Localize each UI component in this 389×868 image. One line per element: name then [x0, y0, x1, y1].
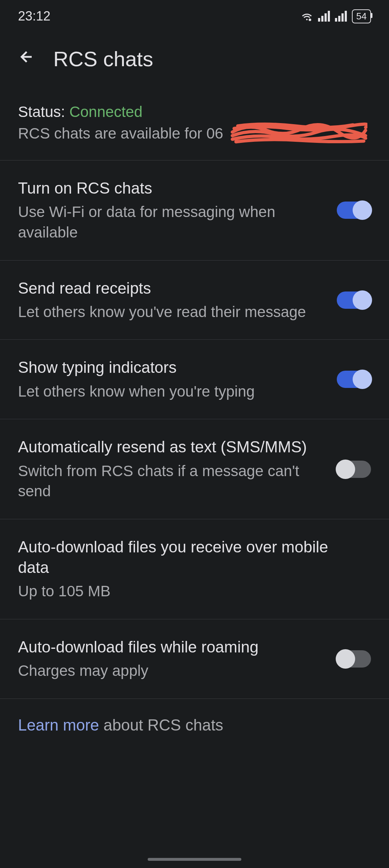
setting-title: Auto-download files you receive over mob… [18, 537, 357, 578]
setting-text: Auto-download files while roaming Charge… [18, 637, 337, 681]
signal-bars-1 [318, 11, 330, 22]
status-bar: 23:12 54 [0, 0, 389, 32]
learn-more-text: about RCS chats [99, 716, 223, 734]
status-value: Connected [69, 103, 142, 120]
toggle-read-receipts[interactable] [337, 291, 371, 309]
status-label: Status: [18, 103, 69, 120]
setting-text: Turn on RCS chats Use Wi-Fi or data for … [18, 178, 337, 243]
setting-text: Send read receipts Let others know you'v… [18, 278, 337, 322]
setting-text: Show typing indicators Let others know w… [18, 357, 337, 402]
setting-subtitle: Use Wi-Fi or data for messaging when ava… [18, 202, 322, 243]
setting-subtitle: Up to 105 MB [18, 581, 357, 602]
back-arrow-icon[interactable] [18, 48, 35, 69]
status-icons: 54 [301, 9, 371, 23]
setting-text: Automatically resend as text (SMS/MMS) S… [18, 437, 337, 502]
setting-subtitle: Let others know when you're typing [18, 381, 322, 402]
setting-title: Turn on RCS chats [18, 178, 322, 198]
setting-subtitle: Charges may apply [18, 661, 322, 681]
svg-point-0 [309, 18, 311, 21]
page-title: RCS chats [53, 47, 153, 71]
status-line: Status: Connected [18, 103, 371, 121]
redaction-scribble [231, 119, 367, 145]
toggle-typing-indicators[interactable] [337, 371, 371, 388]
setting-turn-on-rcs[interactable]: Turn on RCS chats Use Wi-Fi or data for … [0, 160, 389, 260]
signal-bars-2 [335, 11, 347, 22]
setting-auto-resend[interactable]: Automatically resend as text (SMS/MMS) S… [0, 419, 389, 519]
wifi-icon [301, 10, 313, 22]
setting-typing-indicators[interactable]: Show typing indicators Let others know w… [0, 339, 389, 419]
setting-subtitle: Switch from RCS chats if a message can't… [18, 461, 322, 502]
setting-subtitle: Let others know you've read their messag… [18, 302, 322, 322]
setting-title: Automatically resend as text (SMS/MMS) [18, 437, 322, 457]
setting-title: Show typing indicators [18, 357, 322, 378]
header: RCS chats [0, 32, 389, 89]
battery-indicator: 54 [352, 9, 371, 23]
toggle-auto-resend[interactable] [337, 461, 371, 478]
setting-title: Auto-download files while roaming [18, 637, 322, 657]
learn-more-link[interactable]: Learn more [18, 716, 99, 734]
setting-read-receipts[interactable]: Send read receipts Let others know you'v… [0, 260, 389, 340]
status-time: 23:12 [18, 9, 50, 24]
setting-auto-download-mobile[interactable]: Auto-download files you receive over mob… [0, 519, 389, 619]
setting-text: Auto-download files you receive over mob… [18, 537, 371, 602]
nav-indicator[interactable] [148, 858, 241, 861]
status-section: Status: Connected RCS chats are availabl… [0, 89, 389, 160]
learn-more-section: Learn more about RCS chats [0, 699, 389, 751]
setting-title: Send read receipts [18, 278, 322, 298]
setting-auto-download-roaming[interactable]: Auto-download files while roaming Charge… [0, 619, 389, 699]
toggle-turn-on-rcs[interactable] [337, 202, 371, 219]
toggle-auto-download-roaming[interactable] [337, 650, 371, 668]
